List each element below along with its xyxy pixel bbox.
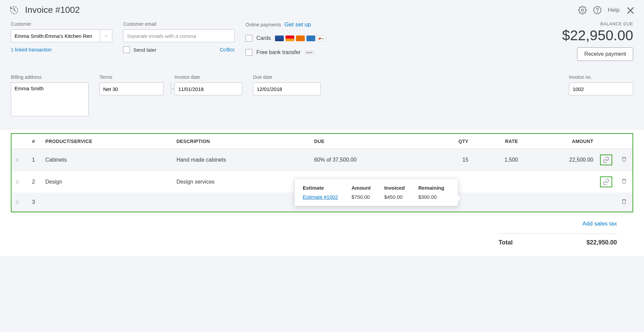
row-rate[interactable] — [472, 193, 522, 212]
trash-icon[interactable] — [621, 198, 627, 205]
billing-label: Billing address — [11, 74, 89, 80]
email-label: Customer email — [123, 21, 235, 27]
receive-payment-button[interactable]: Receive payment — [577, 47, 633, 61]
row-due[interactable]: 60% of 37,500.00 — [311, 149, 431, 171]
customer-input[interactable] — [11, 30, 100, 42]
svg-point-28 — [17, 203, 18, 204]
invoice-no-label: Invoice no. — [569, 74, 633, 80]
row-rate[interactable]: 1,500 — [472, 149, 522, 171]
invoice-no-group: Invoice no. — [569, 74, 633, 116]
invoice-no-input[interactable] — [569, 82, 633, 95]
col-rate: RATE — [472, 134, 522, 149]
ccbcc-link[interactable]: Cc/Bcc — [220, 47, 235, 52]
row-amount[interactable] — [521, 193, 597, 212]
applepay-icon: 🍎Pay — [317, 35, 326, 41]
total-value: $22,950.00 — [586, 239, 617, 246]
customer-select[interactable] — [11, 29, 112, 42]
row-desc[interactable] — [173, 193, 311, 212]
popup-invoiced-header: Invoiced — [384, 185, 405, 191]
popup-estimate-link[interactable]: Estimate #1002 — [303, 194, 338, 200]
col-due: DUE — [311, 134, 431, 149]
svg-point-22 — [17, 201, 18, 201]
customer-group: Customer 1 linked transaction — [11, 21, 112, 52]
row-num: 1 — [25, 149, 42, 171]
email-input[interactable] — [123, 29, 235, 42]
svg-point-27 — [16, 203, 17, 204]
svg-point-17 — [18, 182, 19, 182]
billing-group: Billing address Emma Smith — [11, 74, 89, 116]
row-qty[interactable]: 15 — [431, 149, 472, 171]
row-product[interactable] — [42, 193, 173, 212]
drag-handle-icon[interactable] — [12, 193, 25, 212]
drag-handle-icon[interactable] — [12, 171, 25, 193]
invoice-date-group: Invoice date — [175, 74, 242, 116]
popup-amount: $750.00 — [351, 194, 371, 200]
cards-checkbox[interactable] — [246, 35, 252, 42]
close-icon[interactable] — [626, 6, 635, 15]
svg-point-19 — [17, 183, 18, 184]
terms-select[interactable] — [99, 82, 164, 95]
svg-point-18 — [16, 183, 17, 184]
estimate-popup: Estimate Estimate #1002 Amount $750.00 I… — [294, 179, 458, 206]
drag-handle-icon[interactable] — [12, 149, 25, 171]
svg-point-2 — [597, 11, 598, 12]
header: Invoice #1002 Help — [0, 0, 644, 20]
row-num: 2 — [25, 171, 42, 193]
invoice-date-input[interactable] — [175, 82, 242, 95]
help-icon[interactable] — [593, 6, 602, 15]
recent-icon[interactable] — [9, 5, 19, 15]
visa-icon — [275, 35, 284, 41]
trash-icon[interactable] — [621, 178, 627, 184]
help-label[interactable]: Help — [608, 7, 620, 14]
email-group: Customer email Send later Cc/Bcc — [123, 21, 235, 53]
due-date-label: Due date — [253, 74, 321, 80]
svg-point-16 — [17, 182, 18, 182]
row-amount[interactable] — [521, 171, 597, 193]
svg-point-29 — [18, 203, 19, 204]
svg-point-4 — [17, 159, 18, 159]
due-date-input[interactable] — [253, 82, 321, 95]
gear-icon[interactable] — [578, 6, 587, 15]
svg-point-24 — [16, 202, 17, 203]
svg-point-26 — [18, 202, 19, 203]
col-desc: DESCRIPTION — [173, 134, 311, 149]
row-product[interactable]: Design — [42, 171, 173, 193]
row-product[interactable]: Cabinets — [42, 149, 173, 171]
row-desc[interactable]: Hand made cabinets — [173, 149, 311, 171]
total-row: Total $22,950.00 — [499, 233, 617, 246]
col-product: PRODUCT/SERVICE — [42, 134, 173, 149]
terms-label: Terms — [99, 74, 164, 80]
bank-label: Free bank transfer — [256, 49, 301, 55]
form-area: Customer 1 linked transaction Customer e… — [0, 20, 644, 130]
col-qty: QTY — [431, 134, 472, 149]
billing-input[interactable]: Emma Smith — [11, 82, 89, 116]
due-date-group: Due date — [253, 74, 321, 116]
svg-point-3 — [16, 159, 17, 159]
popup-remaining-header: Remaining — [418, 185, 444, 191]
payments-label: Online payments — [246, 22, 281, 27]
table-row[interactable]: 1CabinetsHand made cabinets60% of 37,500… — [12, 149, 632, 171]
svg-point-0 — [581, 9, 584, 11]
bank-checkbox[interactable] — [246, 49, 252, 56]
row-amount[interactable]: 22,500.00 — [521, 149, 597, 171]
get-setup-link[interactable]: Get set up — [284, 21, 311, 28]
link-icon[interactable] — [600, 176, 612, 187]
total-label: Total — [499, 239, 513, 246]
link-icon[interactable] — [600, 155, 612, 165]
linked-transaction-link[interactable]: 1 linked transaction — [11, 47, 112, 52]
send-later-checkbox[interactable] — [123, 46, 130, 53]
payments-group: Online payments Get set up Cards 🍎Pay Fr… — [246, 21, 334, 61]
row-desc[interactable]: Design services — [173, 171, 311, 193]
add-sales-tax-link[interactable]: Add sales tax — [582, 220, 617, 227]
trash-icon[interactable] — [621, 156, 627, 162]
col-num: # — [25, 134, 42, 149]
svg-point-9 — [16, 161, 17, 162]
balance-amount: $22,950.00 — [562, 28, 633, 43]
balance-group: BALANCE DUE $22,950.00 Receive payment — [562, 21, 633, 61]
row-rate[interactable] — [472, 171, 522, 193]
bank-badge: BANK — [305, 51, 315, 54]
chevron-down-icon[interactable] — [100, 30, 112, 42]
popup-estimate-header: Estimate — [303, 185, 338, 191]
svg-point-10 — [17, 161, 18, 162]
terms-input[interactable] — [100, 83, 171, 95]
